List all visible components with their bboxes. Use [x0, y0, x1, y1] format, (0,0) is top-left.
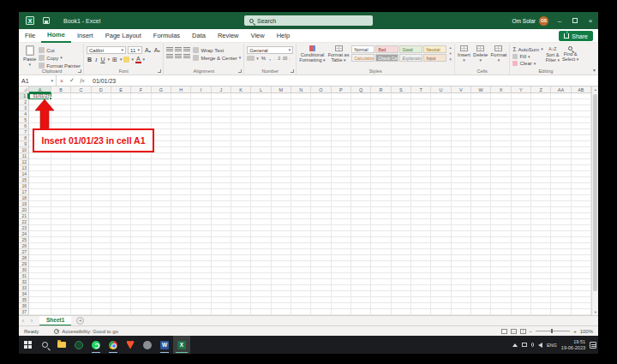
row-header-26[interactable]: 26	[19, 243, 29, 249]
share-button[interactable]: Share	[559, 31, 593, 41]
taskbar-search-button[interactable]	[36, 336, 53, 354]
row-header-1[interactable]: 1	[19, 93, 29, 99]
alignment-dialog-launcher[interactable]	[238, 69, 242, 73]
column-header-q[interactable]: Q	[351, 87, 371, 93]
speaker-icon[interactable]	[538, 343, 542, 348]
column-header-r[interactable]: R	[371, 87, 391, 93]
copy-button[interactable]: Copy▾	[39, 55, 81, 61]
row-header-27[interactable]: 27	[19, 249, 29, 255]
row-header-21[interactable]: 21	[19, 213, 29, 219]
borders-button[interactable]: ⊞	[111, 57, 118, 63]
tab-formulas[interactable]: Formulas	[147, 29, 186, 43]
gallery-down-icon[interactable]: ▾	[449, 51, 452, 56]
column-header-h[interactable]: H	[171, 87, 191, 93]
font-color-button[interactable]: A	[135, 56, 141, 63]
column-header-g[interactable]: G	[152, 87, 171, 93]
notification-center-icon[interactable]	[590, 342, 596, 349]
format-as-table-button[interactable]: Format as Table ▾	[328, 45, 350, 63]
zoom-out-icon[interactable]: −	[530, 329, 533, 334]
font-name-combo[interactable]: Calibri▾	[87, 46, 126, 54]
paste-button[interactable]: Paste ▾	[23, 45, 36, 67]
cell-style-calculation[interactable]: Calculation	[351, 54, 374, 62]
column-header-p[interactable]: P	[332, 87, 351, 93]
start-button[interactable]	[19, 336, 36, 354]
cut-button[interactable]: Cut	[39, 47, 81, 53]
row-header-8[interactable]: 8	[19, 135, 29, 141]
cell-style-good[interactable]: Good	[399, 45, 422, 53]
align-center-icon[interactable]	[175, 54, 182, 59]
row-header-24[interactable]: 24	[19, 231, 29, 237]
search-box[interactable]: Search	[244, 15, 373, 26]
row-header-37[interactable]: 37	[19, 309, 29, 315]
row-header-16[interactable]: 16	[19, 183, 29, 189]
column-header-f[interactable]: F	[131, 87, 151, 93]
column-header-l[interactable]: L	[251, 87, 271, 93]
account-area[interactable]: Om Solar OS	[512, 12, 548, 29]
font-size-combo[interactable]: 11▾	[128, 46, 142, 54]
column-header-u[interactable]: U	[431, 87, 451, 93]
grey-app-button[interactable]	[139, 336, 156, 354]
scroll-up-icon[interactable]: ▴	[592, 87, 598, 92]
row-header-31[interactable]: 31	[19, 273, 29, 279]
gallery-more-icon[interactable]: ≡	[449, 57, 452, 62]
chrome-button[interactable]	[105, 336, 122, 354]
row-header-6[interactable]: 6	[19, 123, 29, 129]
green-app-button[interactable]	[70, 336, 87, 354]
delete-cells-button[interactable]: Delete ▾	[473, 45, 488, 63]
row-header-32[interactable]: 32	[19, 279, 29, 285]
restore-button[interactable]	[567, 12, 583, 29]
tab-file[interactable]: File	[19, 29, 41, 43]
language-indicator[interactable]: ENG	[547, 343, 557, 348]
cell-style-explanatory-[interactable]: Explanatory...	[399, 54, 422, 62]
row-header-2[interactable]: 2	[19, 99, 29, 105]
find-select-button[interactable]: Find & Select ▾	[562, 45, 578, 63]
column-header-v[interactable]: V	[452, 87, 471, 93]
row-header-35[interactable]: 35	[19, 297, 29, 303]
merge-center-button[interactable]: Merge & Center▾	[193, 55, 241, 61]
row-header-11[interactable]: 11	[19, 153, 29, 159]
tray-expand-icon[interactable]	[512, 343, 518, 347]
enter-icon[interactable]: ✓	[67, 77, 77, 84]
cell-style-normal[interactable]: Normal	[351, 45, 374, 53]
row-header-36[interactable]: 36	[19, 303, 29, 309]
row-header-19[interactable]: 19	[19, 201, 29, 207]
format-cells-button[interactable]: Format ▾	[490, 45, 506, 63]
fill-color-button[interactable]	[123, 57, 129, 63]
number-format-combo[interactable]: General▾	[247, 46, 293, 54]
wrap-text-button[interactable]: Wrap Text	[193, 47, 241, 53]
conditional-formatting-button[interactable]: Conditional Formatting ▾	[299, 45, 325, 63]
zoom-level[interactable]: 100%	[580, 329, 593, 334]
vertical-scrollbar[interactable]: ▴ ▾	[591, 87, 598, 315]
cell-style-bad[interactable]: Bad	[375, 45, 398, 53]
bold-button[interactable]: B	[87, 57, 93, 63]
underline-button[interactable]: U	[99, 57, 105, 63]
collapse-ribbon-icon[interactable]: ▾	[593, 67, 596, 73]
avatar[interactable]: OS	[539, 16, 548, 26]
tab-page-layout[interactable]: Page Layout	[99, 29, 147, 43]
column-header-i[interactable]: I	[191, 87, 211, 93]
row-header-13[interactable]: 13	[19, 165, 29, 171]
column-header-a[interactable]: A	[29, 87, 51, 93]
vertical-scroll-thumb[interactable]	[593, 94, 597, 291]
row-header-18[interactable]: 18	[19, 195, 29, 201]
normal-view-icon[interactable]	[501, 329, 507, 334]
clear-button[interactable]: Clear▾	[512, 61, 542, 66]
column-header-c[interactable]: C	[71, 87, 91, 93]
file-explorer-button[interactable]	[53, 336, 70, 354]
align-bottom-icon[interactable]	[183, 47, 190, 52]
insert-function-icon[interactable]: fx	[77, 77, 87, 84]
decrease-decimal-icon[interactable]: .00→	[282, 57, 291, 61]
scroll-down-icon[interactable]: ▾	[592, 310, 598, 314]
select-all-corner[interactable]	[19, 87, 29, 93]
row-header-10[interactable]: 10	[19, 147, 29, 153]
fill-button[interactable]: Fill▾	[512, 54, 542, 59]
format-painter-button[interactable]: Format Painter	[39, 63, 81, 69]
zoom-slider[interactable]	[536, 331, 570, 331]
mic-icon[interactable]	[531, 343, 534, 347]
align-top-icon[interactable]	[166, 47, 173, 52]
percent-style-button[interactable]: %	[261, 56, 267, 61]
prev-sheet-icon[interactable]: ‹	[19, 318, 27, 324]
brave-button[interactable]	[122, 336, 139, 354]
align-right-icon[interactable]	[183, 54, 190, 59]
save-icon[interactable]	[43, 17, 50, 24]
